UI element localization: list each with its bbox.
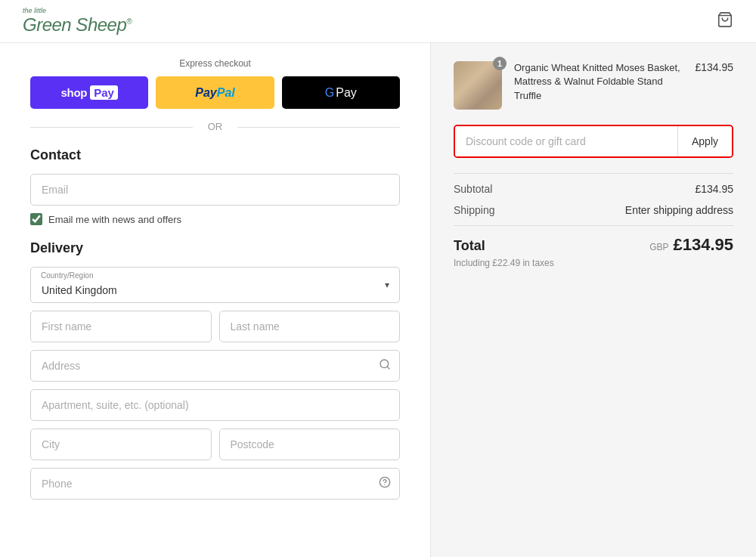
country-select[interactable]: United Kingdom bbox=[30, 267, 400, 303]
order-summary: 1 Organic Wheat Knitted Moses Basket, Ma… bbox=[431, 43, 756, 557]
or-divider: OR bbox=[30, 121, 400, 132]
contact-title: Contact bbox=[30, 147, 400, 163]
phone-field[interactable] bbox=[30, 468, 400, 500]
help-icon bbox=[379, 476, 391, 491]
total-currency: GBP bbox=[649, 242, 668, 252]
product-info: Organic Wheat Knitted Moses Basket, Matt… bbox=[514, 61, 683, 103]
gpay-button[interactable]: G Pay bbox=[282, 76, 400, 109]
country-region-wrapper: Country/Region United Kingdom ▾ bbox=[30, 267, 400, 303]
postcode-field[interactable] bbox=[219, 429, 401, 460]
subtotal-row: Subtotal £134.95 bbox=[454, 183, 733, 195]
last-name-field[interactable] bbox=[219, 311, 401, 342]
search-icon bbox=[379, 358, 391, 373]
total-right: GBP £134.95 bbox=[649, 235, 733, 255]
product-item: 1 Organic Wheat Knitted Moses Basket, Ma… bbox=[454, 61, 733, 110]
total-label: Total bbox=[454, 238, 485, 254]
checkout-form: Express checkout shop Pay PayPal G Pay O… bbox=[0, 43, 431, 557]
express-checkout: Express checkout shop Pay PayPal G Pay bbox=[30, 58, 400, 109]
discount-input[interactable] bbox=[455, 126, 677, 156]
address-field[interactable] bbox=[30, 350, 400, 382]
product-price: £134.95 bbox=[695, 61, 733, 73]
express-label: Express checkout bbox=[30, 58, 400, 69]
tax-note: Including £22.49 in taxes bbox=[454, 258, 733, 268]
gpay-g: G bbox=[325, 86, 334, 100]
paypal-button[interactable]: PayPal bbox=[156, 76, 274, 109]
paypal-label: Pay bbox=[195, 86, 216, 99]
site-header: the little Green Sheep® bbox=[0, 0, 756, 43]
apply-button[interactable]: Apply bbox=[677, 126, 732, 156]
product-badge: 1 bbox=[493, 57, 507, 70]
total-amount: £134.95 bbox=[673, 235, 733, 255]
apartment-field[interactable] bbox=[30, 389, 400, 421]
shop-pay-button[interactable]: shop Pay bbox=[30, 76, 148, 109]
delivery-section: Delivery Country/Region United Kingdom ▾ bbox=[30, 240, 400, 500]
summary-divider-bottom bbox=[454, 225, 733, 226]
newsletter-checkbox[interactable] bbox=[30, 213, 42, 225]
contact-section: Contact Email me with news and offers bbox=[30, 147, 400, 225]
email-field[interactable] bbox=[30, 174, 400, 206]
first-name-field[interactable] bbox=[30, 311, 212, 342]
delivery-title: Delivery bbox=[30, 240, 400, 256]
summary-divider-top bbox=[454, 173, 733, 174]
newsletter-row: Email me with news and offers bbox=[30, 213, 400, 225]
shipping-row: Shipping Enter shipping address bbox=[454, 204, 733, 216]
logo-main-text: Green Sheep® bbox=[23, 15, 132, 35]
discount-wrapper: Apply bbox=[454, 125, 733, 158]
cart-button[interactable] bbox=[717, 11, 733, 32]
product-image-wrapper: 1 bbox=[454, 61, 502, 110]
total-row: Total GBP £134.95 bbox=[454, 235, 733, 255]
product-name: Organic Wheat Knitted Moses Basket, Matt… bbox=[514, 61, 683, 103]
subtotal-label: Subtotal bbox=[454, 183, 492, 195]
svg-line-2 bbox=[387, 367, 389, 369]
subtotal-value: £134.95 bbox=[695, 183, 733, 195]
shop-pay-label: shop bbox=[60, 86, 87, 99]
gpay-pay: Pay bbox=[336, 86, 357, 100]
shop-pay-pay: Pay bbox=[90, 85, 118, 100]
shipping-label: Shipping bbox=[454, 204, 495, 216]
paypal-pal: Pal bbox=[217, 86, 235, 99]
express-buttons: shop Pay PayPal G Pay bbox=[30, 76, 400, 109]
logo: the little Green Sheep® bbox=[23, 8, 132, 35]
city-field[interactable] bbox=[30, 429, 212, 460]
newsletter-label: Email me with news and offers bbox=[48, 214, 181, 225]
shipping-value: Enter shipping address bbox=[625, 204, 733, 216]
